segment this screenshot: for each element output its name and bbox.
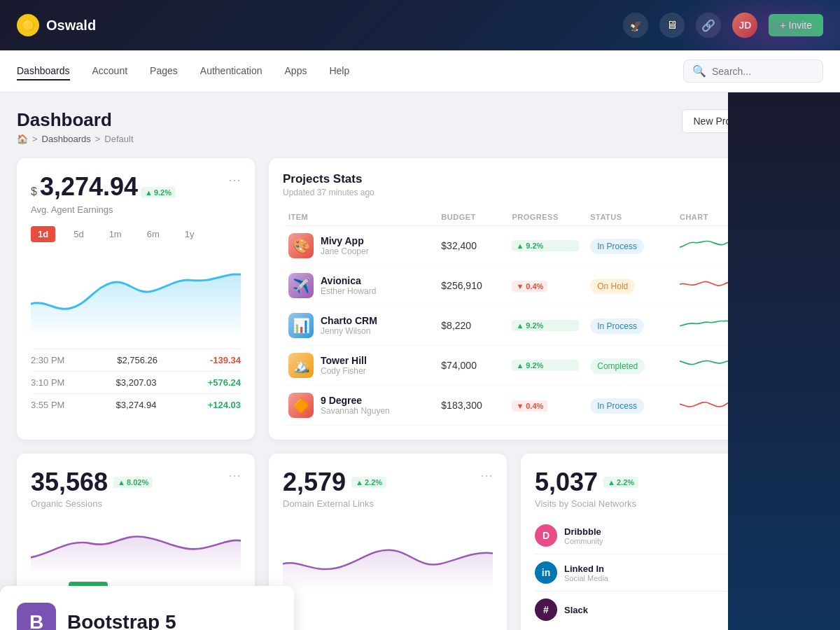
row3-time: 3:55 PM (31, 400, 64, 410)
brand-name: Oswald (46, 18, 96, 34)
dribbble-type: Community (564, 537, 603, 545)
filter-6m[interactable]: 6m (140, 226, 167, 242)
secondary-navigation: Dashboards Account Pages Authentication … (0, 50, 840, 92)
linkedin-type: Social Media (564, 574, 608, 582)
earnings-main: $ 3,274.94 ▲ 9.2% Avg. Agent Earnings (31, 172, 176, 215)
dribbble-icon: D (535, 524, 557, 547)
organic-sessions-value: 35,568 ▲ 8.02% (31, 468, 153, 497)
nav-item-pages[interactable]: Pages (150, 62, 178, 80)
organic-more-button[interactable]: ⋯ (228, 468, 241, 483)
earnings-header: $ 3,274.94 ▲ 9.2% Avg. Agent Earnings ⋯ (31, 172, 241, 215)
up-icon: ▲ (145, 188, 153, 197)
linkedin-icon: in (535, 561, 557, 584)
linkedin-name: Linked In (564, 564, 608, 574)
data-row-1: 2:30 PM $2,756.26 -139.34 (31, 349, 241, 371)
page-header-left: Dashboard 🏠 > Dashboards > Default (17, 109, 134, 144)
earnings-amount: $ 3,274.94 ▲ 9.2% (31, 172, 176, 202)
invite-button[interactable]: + Invite (769, 14, 823, 36)
currency-symbol: $ (31, 186, 37, 198)
social-badge: ▲ 2.2% (603, 477, 638, 488)
breadcrumb: 🏠 > Dashboards > Default (17, 134, 134, 144)
projects-title: Projects Stats (283, 172, 374, 186)
projects-title-area: Projects Stats Updated 37 minutes ago (283, 172, 374, 197)
nav-item-account[interactable]: Account (92, 62, 128, 80)
domain-chart (283, 520, 493, 590)
amount-value: 3,274.94 (40, 172, 138, 202)
row2-amount: $3,207.03 (116, 377, 157, 388)
nav-item-apps[interactable]: Apps (285, 62, 307, 80)
earnings-more-button[interactable]: ⋯ (228, 172, 241, 188)
row3-amount: $3,274.94 (116, 400, 157, 410)
filter-1y[interactable]: 1y (178, 226, 202, 242)
nav-icon-monitor[interactable]: 🖥 (659, 13, 685, 38)
time-filters: 1d 5d 1m 6m 1y (31, 226, 241, 242)
col-status: Status (584, 209, 674, 226)
bootstrap-overlay: B Bootstrap 5 (0, 586, 294, 630)
organic-chart (31, 520, 241, 576)
nav-item-help[interactable]: Help (329, 62, 349, 80)
logo-icon: 🟡 (17, 14, 39, 36)
slack-name: Slack (564, 605, 588, 615)
row3-change: +124.03 (208, 400, 241, 410)
main-content: Dashboard 🏠 > Dashboards > Default New P… (0, 92, 840, 630)
earnings-badge-value: 9.2% (154, 188, 172, 197)
domain-badge: ▲ 2.2% (351, 477, 386, 488)
home-icon: 🏠 (17, 134, 28, 144)
social-label: Visits by Social Networks (535, 498, 638, 509)
social-value: 5,037 ▲ 2.2% (535, 468, 638, 497)
nav-icon-share[interactable]: 🔗 (696, 13, 721, 38)
nav-item-authentication[interactable]: Authentication (200, 62, 262, 80)
row2-change: +576.24 (208, 377, 241, 388)
row1-change: -139.34 (210, 355, 241, 365)
nav-item-dashboards[interactable]: Dashboards (17, 62, 70, 80)
domain-links-label: Domain External Links (283, 498, 386, 509)
col-item: Item (283, 209, 435, 226)
nav-icon-bird[interactable]: 🦅 (623, 13, 648, 38)
organic-badge: ▲ 8.02% (113, 477, 153, 488)
dribbble-name: Dribbble (564, 526, 603, 537)
nav-right: 🦅 🖥 🔗 JD + Invite (623, 13, 823, 38)
filter-1d[interactable]: 1d (31, 226, 55, 242)
col-progress: Progress (506, 209, 584, 226)
row2-time: 3:10 PM (31, 377, 64, 388)
search-input[interactable] (712, 66, 814, 77)
projects-subtitle: Updated 37 minutes ago (283, 188, 374, 197)
domain-more-button[interactable]: ⋯ (480, 468, 493, 483)
col-budget: Budget (435, 209, 506, 226)
domain-links-card: 2,579 ▲ 2.2% Domain External Links ⋯ (269, 454, 507, 630)
search-box[interactable]: 🔍 (683, 59, 823, 83)
breadcrumb-dashboards[interactable]: Dashboards (42, 134, 91, 144)
logo-area[interactable]: 🟡 Oswald (17, 14, 96, 36)
filter-1m[interactable]: 1m (102, 226, 129, 242)
bootstrap-text: Bootstrap 5 (67, 611, 176, 630)
user-avatar[interactable]: JD (732, 13, 757, 38)
row1-amount: $2,756.26 (117, 355, 158, 365)
earnings-data-rows: 2:30 PM $2,756.26 -139.34 3:10 PM $3,207… (31, 349, 241, 416)
data-row-2: 3:10 PM $3,207.03 +576.24 (31, 371, 241, 393)
earnings-badge: ▲ 9.2% (141, 187, 176, 198)
domain-links-value: 2,579 ▲ 2.2% (283, 468, 386, 497)
earnings-card: $ 3,274.94 ▲ 9.2% Avg. Agent Earnings ⋯ … (17, 158, 255, 440)
organic-sessions-label: Organic Sessions (31, 498, 153, 509)
row1-time: 2:30 PM (31, 355, 64, 365)
top-cards-row: $ 3,274.94 ▲ 9.2% Avg. Agent Earnings ⋯ … (17, 158, 823, 440)
page-title: Dashboard (17, 109, 134, 131)
dark-right-panel (728, 92, 840, 630)
breadcrumb-default: Default (104, 134, 133, 144)
data-row-3: 3:55 PM $3,274.94 +124.03 (31, 393, 241, 416)
earnings-label: Avg. Agent Earnings (31, 204, 176, 215)
filter-5d[interactable]: 5d (66, 226, 90, 242)
earnings-chart (31, 253, 241, 337)
bootstrap-icon: B (17, 603, 56, 630)
page-header: Dashboard 🏠 > Dashboards > Default New P… (17, 109, 823, 144)
top-navigation: 🟡 Oswald 🦅 🖥 🔗 JD + Invite (0, 0, 840, 50)
slack-icon: # (535, 598, 557, 621)
search-icon: 🔍 (692, 64, 706, 78)
